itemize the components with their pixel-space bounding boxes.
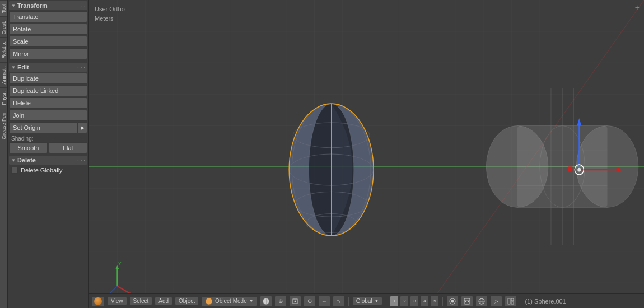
svg-rect-77 (464, 298, 470, 304)
screen-layout-icon (507, 298, 514, 305)
delete-section-title: Delete (17, 157, 36, 164)
vtab-grease-pen[interactable]: Grease Pen (0, 109, 7, 143)
global-chevron: ▼ (375, 298, 379, 304)
vtab-animation[interactable]: Animati. (0, 62, 7, 88)
add-menu-button[interactable]: Add (155, 297, 172, 305)
svg-point-74 (294, 300, 296, 302)
translate-button[interactable]: Translate (9, 11, 87, 22)
vertical-tabs: Tool Creat. Relatio. Animati. Physi. Gre… (0, 0, 8, 308)
object-menu-button[interactable]: Object (175, 297, 199, 305)
main-area: Tool Creat. Relatio. Animati. Physi. Gre… (0, 0, 644, 308)
global-dropdown[interactable]: Global ▼ (352, 297, 383, 305)
world-icon (478, 298, 485, 305)
world-button[interactable] (475, 296, 488, 307)
duplicate-linked-button[interactable]: Duplicate Linked (9, 85, 87, 96)
scene-icon (94, 297, 102, 305)
svg-point-62 (577, 168, 581, 172)
delete-triangle-icon: ▼ (11, 158, 16, 163)
delete-section-header[interactable]: ▼ Delete · · · (9, 156, 87, 165)
layer-5-button[interactable]: 5 (430, 296, 439, 307)
svg-rect-80 (468, 301, 469, 302)
edit-section-title: Edit (17, 64, 29, 71)
transform-section-title: Transform (17, 2, 48, 9)
scene-settings-icon (464, 298, 470, 305)
render-button[interactable] (446, 296, 459, 307)
mirror-button[interactable]: Mirror (9, 48, 87, 59)
layer-3-button[interactable]: 3 (410, 296, 419, 307)
object-mode-label: Object Mode (215, 298, 247, 304)
svg-rect-86 (511, 302, 514, 304)
svg-rect-60 (568, 166, 572, 171)
delete-dots-icon: · · · (77, 157, 85, 164)
manipulate-button[interactable]: ⤡ (333, 296, 345, 307)
svg-point-76 (451, 300, 454, 302)
global-label: Global (356, 298, 372, 304)
transform-button[interactable]: ↔ (318, 296, 330, 307)
timeline-button[interactable]: ▷ (490, 296, 502, 307)
scene-mode-selector[interactable] (91, 296, 105, 306)
scale-button[interactable]: Scale (9, 36, 87, 47)
select-menu-button[interactable]: Select (129, 297, 153, 305)
delete-globally-row: Delete Globally (9, 166, 87, 175)
delete-globally-checkbox[interactable] (11, 167, 18, 174)
shading-label: Shading: (9, 134, 87, 142)
set-origin-arrow-button[interactable]: ▶ (77, 122, 87, 133)
vtab-relations[interactable]: Relatio. (0, 38, 7, 62)
set-origin-row: Set Origin ▶ (9, 122, 87, 133)
smooth-button[interactable]: Smooth (9, 142, 48, 153)
rotate-button[interactable]: Rotate (9, 24, 87, 35)
delete-globally-label: Delete Globally (21, 167, 63, 174)
status-bar: View Select Add Object Object Mode ▼ ⊕ (89, 293, 644, 308)
viewport-svg: Y X (89, 0, 644, 308)
delete-section: ▼ Delete · · · Delete Globally (9, 156, 87, 175)
delete-button[interactable]: Delete (9, 97, 87, 109)
edit-dots-icon: · · · (77, 64, 85, 71)
separator-3 (442, 297, 443, 306)
duplicate-button[interactable]: Duplicate (9, 73, 87, 84)
layer-4-button[interactable]: 4 (420, 296, 429, 307)
proportional-edit-button[interactable]: ⊙ (304, 296, 316, 307)
set-origin-button[interactable]: Set Origin (9, 122, 77, 133)
viewport[interactable]: Y X User Ortho Meters + View Select Add … (89, 0, 644, 308)
svg-text:Y: Y (118, 260, 122, 267)
snap-icon (292, 298, 298, 305)
join-button[interactable]: Join (9, 110, 87, 121)
svg-rect-79 (465, 301, 466, 302)
transform-dots-icon: · · · (77, 3, 85, 9)
layer-2-button[interactable]: 2 (400, 296, 409, 307)
separator-2 (386, 297, 386, 306)
svg-rect-85 (511, 298, 514, 301)
edit-section-header[interactable]: ▼ Edit · · · (9, 63, 87, 72)
layer-1-button[interactable]: 1 (390, 296, 399, 307)
tool-panel: ▼ Transform · · · Translate Rotate Scale… (8, 0, 89, 308)
view-menu-button[interactable]: View (107, 297, 127, 305)
transform-triangle-icon: ▼ (11, 3, 16, 8)
corner-plus-button[interactable]: + (635, 3, 640, 12)
vtab-tool[interactable]: Tool (0, 0, 7, 17)
viewport-shading-button[interactable] (260, 296, 272, 307)
selected-object-label: (1) Sphere.001 (525, 298, 566, 305)
object-mode-icon (205, 297, 213, 305)
vtab-physics[interactable]: Physi. (0, 87, 7, 109)
sphere-shading-icon (262, 297, 270, 305)
pivot-point-button[interactable]: ⊕ (274, 296, 287, 307)
scene-button[interactable] (461, 296, 473, 307)
shading-buttons: Smooth Flat (9, 142, 87, 153)
layer-buttons: 1 2 3 4 5 (390, 296, 439, 307)
svg-rect-84 (508, 298, 510, 304)
object-mode-chevron: ▼ (249, 298, 254, 304)
edit-triangle-icon: ▼ (11, 65, 16, 70)
separator-1 (348, 297, 349, 306)
render-icon (449, 298, 456, 305)
vtab-create[interactable]: Creat. (0, 17, 7, 38)
object-mode-dropdown[interactable]: Object Mode ▼ (201, 296, 258, 306)
flat-button[interactable]: Flat (49, 142, 87, 153)
screen-layout-button[interactable] (505, 296, 517, 307)
snap-button[interactable] (289, 296, 301, 307)
transform-section-header[interactable]: ▼ Transform · · · (9, 1, 87, 10)
